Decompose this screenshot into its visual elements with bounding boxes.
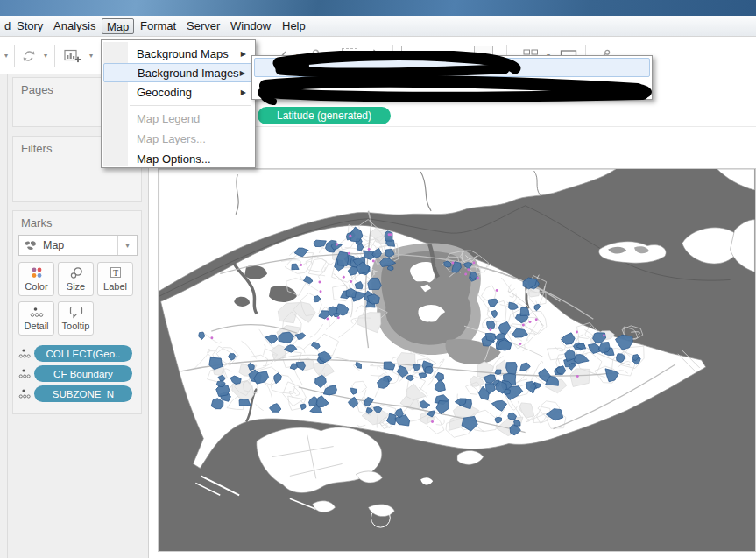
color-label: Color (25, 281, 47, 292)
detail-label: Detail (24, 321, 48, 331)
map-view[interactable] (158, 168, 756, 552)
tooltip-bubble-icon (69, 306, 83, 319)
mark-type-dropdown[interactable]: Map (18, 235, 138, 256)
menu-item-text: Map Legend (137, 112, 200, 125)
menu-item-server[interactable]: Server (182, 18, 224, 34)
map-dropdown-menu: Background Maps Background Images Geocod… (101, 39, 256, 168)
menu-item-map-options[interactable]: Map Options... (103, 149, 253, 168)
window-title-bar (0, 0, 756, 16)
submenu-item-redacted[interactable] (254, 78, 650, 97)
world-map-icon (24, 240, 38, 251)
menu-item-analysis[interactable]: Analysis (49, 18, 100, 34)
menu-item-geocoding[interactable]: Geocoding (103, 82, 253, 102)
label-t-icon: T (109, 266, 123, 279)
menu-item-format[interactable]: Format (136, 18, 180, 34)
refresh-icon[interactable] (19, 37, 39, 74)
refresh-caret-icon[interactable] (40, 37, 51, 74)
menu-item-background-maps[interactable]: Background Maps (103, 44, 253, 63)
menu-item-help[interactable]: Help (278, 18, 310, 34)
label-button[interactable]: T Label (97, 262, 133, 296)
pill-row: SUBZONE_N (18, 385, 132, 402)
label-label: Label (103, 281, 127, 292)
detail-shelf-icon (18, 368, 32, 379)
submenu-arrow-icon (241, 50, 246, 58)
new-worksheet-icon[interactable] (61, 37, 84, 74)
background-images-submenu (251, 55, 653, 100)
submenu-arrow-icon (240, 69, 245, 77)
map-visualization[interactable] (159, 169, 755, 551)
menu-item-background-images[interactable]: Background Images (103, 63, 253, 82)
detail-shelf-icon (18, 388, 32, 399)
marks-card: Marks Map Color (12, 210, 142, 414)
pages-label: Pages (21, 83, 53, 96)
menu-item-text: Map Layers... (137, 132, 206, 145)
size-button[interactable]: Size (58, 262, 94, 296)
pill-row: COLLECT(Geo.. (18, 345, 132, 362)
tableau-window: d Story Analysis Map Format Server Windo… (0, 0, 756, 558)
marks-label: Marks (21, 216, 52, 230)
menu-bar: d Story Analysis Map Format Server Windo… (0, 16, 756, 37)
menu-item-map-layers: Map Layers... (103, 129, 253, 148)
menu-item-text: Background Maps (137, 47, 229, 60)
menu-item-window[interactable]: Window (226, 18, 275, 34)
menu-item-text: Background Images (138, 67, 239, 80)
pill-collect-geometry[interactable]: COLLECT(Geo.. (34, 345, 132, 362)
menu-item-story[interactable]: Story (12, 18, 47, 34)
tooltip-button[interactable]: Tooltip (58, 301, 94, 336)
menu-item-text: Geocoding (137, 86, 192, 99)
submenu-arrow-icon (241, 88, 246, 96)
undo-caret-icon[interactable] (0, 37, 12, 74)
filters-label: Filters (21, 142, 52, 155)
sidebar-gutter (7, 74, 8, 558)
size-circles-icon (69, 266, 83, 279)
rows-shelf-pill-latitude[interactable]: Latitude (generated) (258, 107, 391, 124)
svg-text:T: T (112, 268, 117, 278)
detail-shelf-icon (18, 348, 32, 359)
mark-type-caret-icon[interactable] (117, 236, 137, 255)
pill-subzone-n[interactable]: SUBZONE_N (34, 385, 132, 402)
detail-button[interactable]: Detail (18, 301, 54, 336)
pill-cf-boundary[interactable]: CF Boundary (34, 365, 132, 382)
color-dots-icon (30, 266, 44, 279)
detail-dots-icon (30, 306, 44, 319)
mark-type-value: Map (38, 239, 117, 251)
new-worksheet-caret-icon[interactable] (86, 37, 96, 74)
size-label: Size (67, 281, 85, 292)
tooltip-label: Tooltip (62, 321, 90, 331)
menu-item-map[interactable]: Map (102, 18, 134, 34)
menu-separator (130, 105, 251, 106)
menu-item-map-legend: Map Legend (103, 109, 253, 128)
submenu-item-redacted[interactable] (254, 58, 650, 77)
color-button[interactable]: Color (18, 262, 54, 296)
menu-item-text: Map Options... (137, 152, 211, 166)
pill-row: CF Boundary (18, 365, 132, 382)
